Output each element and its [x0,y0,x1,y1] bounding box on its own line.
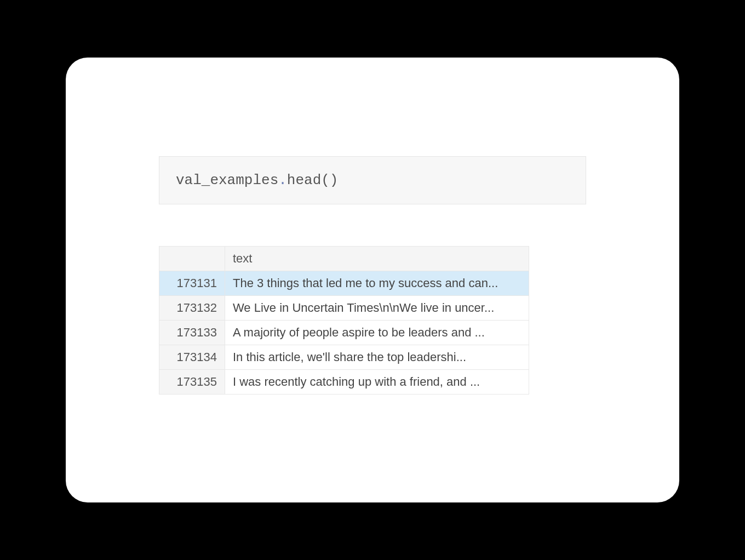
table-row[interactable]: 173134 In this article, we'll share the … [159,345,529,370]
row-text: I was recently catching up with a friend… [225,370,529,395]
table-body: 173131 The 3 things that led me to my su… [159,271,529,395]
row-index: 173133 [159,321,225,345]
row-text: A majority of people aspire to be leader… [225,321,529,345]
row-index: 173132 [159,296,225,321]
code-method: head() [287,172,339,188]
table-row[interactable]: 173133 A majority of people aspire to be… [159,321,529,345]
row-index: 173134 [159,345,225,370]
notebook-card: val_examples.head() ​ text 173131 The 3 … [66,58,679,502]
table-header-row: text [159,247,529,271]
code-cell[interactable]: val_examples.head() [159,156,586,204]
table-row[interactable]: 173131 The 3 things that led me to my su… [159,271,529,296]
dataframe-output: text 173131 The 3 things that led me to … [159,246,529,395]
row-index: 173135 [159,370,225,395]
column-header-text: text [225,247,529,271]
row-text: We Live in Uncertain Times\n\nWe live in… [225,296,529,321]
output-marker: ​ [159,215,586,224]
row-text: The 3 things that led me to my success a… [225,271,529,296]
code-dot: . [278,172,287,188]
row-index: 173131 [159,271,225,296]
table-row[interactable]: 173132 We Live in Uncertain Times\n\nWe … [159,296,529,321]
row-text: In this article, we'll share the top lea… [225,345,529,370]
table-row[interactable]: 173135 I was recently catching up with a… [159,370,529,395]
code-line: val_examples.head() [176,172,338,188]
code-var: val_examples [176,172,278,188]
index-header [159,247,225,271]
